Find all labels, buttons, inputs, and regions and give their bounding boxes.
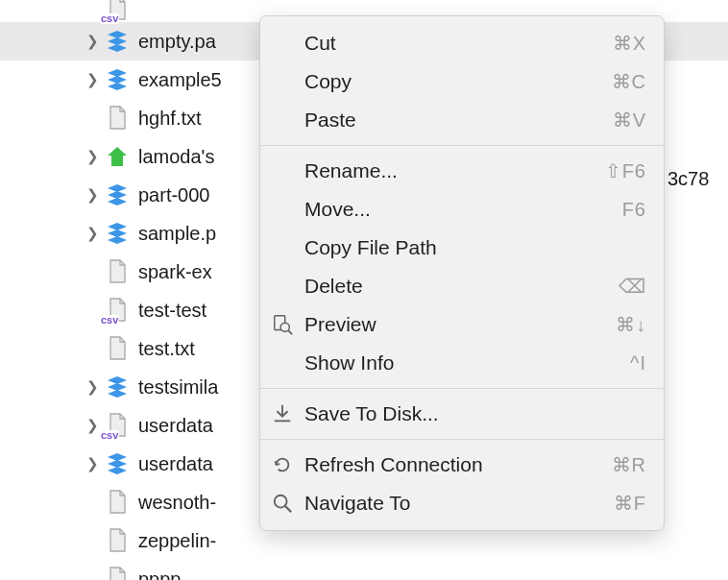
- file-label: sample.p: [138, 223, 216, 245]
- csv-file-icon: csv: [106, 0, 129, 22]
- parquet-file-icon: [106, 66, 129, 93]
- menu-icon-placeholder: [268, 106, 297, 134]
- menu-separator: [260, 439, 664, 440]
- menu-item-label: Cut: [304, 32, 613, 55]
- menu-icon-placeholder: [268, 233, 297, 262]
- text-file-icon: [106, 527, 129, 554]
- menu-item-paste[interactable]: Paste⌘V: [260, 101, 664, 139]
- parquet-file-icon: [106, 28, 129, 55]
- menu-separator: [260, 145, 664, 146]
- menu-item-label: Save To Disk...: [304, 402, 646, 425]
- menu-item-copy[interactable]: Copy⌘C: [260, 62, 664, 101]
- file-label: part-000: [138, 184, 210, 206]
- menu-item-shortcut: ⌘R: [612, 453, 646, 476]
- menu-item-navigate[interactable]: Navigate To⌘F: [260, 484, 664, 522]
- menu-item-preview[interactable]: Preview⌘↓: [260, 305, 664, 344]
- chevron-right-icon[interactable]: ❯: [83, 378, 102, 396]
- menu-item-shortcut: ⌘F: [614, 492, 646, 515]
- menu-item-save-to-disk[interactable]: Save To Disk...: [260, 395, 664, 433]
- menu-item-label: Refresh Connection: [304, 453, 612, 476]
- menu-item-copy-path[interactable]: Copy File Path: [260, 229, 664, 267]
- menu-item-refresh[interactable]: Refresh Connection⌘R: [260, 446, 664, 484]
- file-label: userdata: [138, 415, 213, 437]
- menu-item-shortcut: ⌫: [619, 275, 646, 298]
- csv-file-icon: csv: [106, 297, 129, 324]
- menu-item-show-info[interactable]: Show Info^I: [260, 344, 664, 382]
- menu-item-move[interactable]: Move...F6: [260, 190, 664, 229]
- download-icon: [268, 399, 297, 428]
- chevron-right-icon[interactable]: ❯: [83, 417, 102, 434]
- parquet-file-icon: [106, 220, 129, 247]
- menu-item-delete[interactable]: Delete⌫: [260, 267, 664, 305]
- menu-item-label: Delete: [304, 275, 619, 298]
- search-icon: [268, 489, 297, 518]
- chevron-right-icon[interactable]: ❯: [83, 33, 102, 50]
- menu-item-shortcut: ⌘↓: [616, 313, 646, 336]
- menu-item-label: Preview: [304, 313, 616, 336]
- chevron-right-icon[interactable]: ❯: [83, 71, 102, 88]
- text-file-icon: [106, 105, 129, 132]
- text-file-icon: [106, 335, 129, 362]
- file-label: lamoda's: [138, 146, 214, 168]
- chevron-right-icon[interactable]: ❯: [83, 225, 102, 242]
- parquet-file-icon: [106, 374, 129, 400]
- menu-item-label: Copy: [304, 70, 612, 93]
- app-icon: [106, 143, 129, 170]
- menu-item-shortcut: ⌘X: [613, 32, 646, 55]
- file-label: test-test: [138, 300, 206, 322]
- text-file-icon: [106, 566, 129, 580]
- file-label: pppp: [138, 568, 182, 581]
- menu-item-rename[interactable]: Rename...⇧F6: [260, 152, 664, 190]
- menu-item-label: Copy File Path: [304, 236, 646, 259]
- csv-file-icon: csv: [106, 412, 129, 439]
- menu-item-shortcut: ⌘V: [613, 109, 646, 132]
- menu-icon-placeholder: [268, 195, 297, 224]
- file-label: example5: [138, 69, 222, 91]
- text-file-icon: [106, 258, 129, 285]
- menu-icon-placeholder: [268, 272, 297, 301]
- menu-separator: [260, 388, 664, 389]
- menu-icon-placeholder: [268, 349, 297, 377]
- file-label: wesnoth-: [138, 492, 216, 514]
- chevron-right-icon[interactable]: ❯: [83, 148, 102, 165]
- menu-item-shortcut: F6: [622, 199, 646, 221]
- parquet-file-icon: [106, 181, 129, 208]
- context-menu: Cut⌘XCopy⌘CPaste⌘VRename...⇧F6Move...F6C…: [259, 15, 665, 531]
- file-label: userdata: [138, 453, 213, 475]
- menu-icon-placeholder: [268, 157, 297, 185]
- file-label: testsimila: [138, 376, 218, 399]
- menu-item-label: Rename...: [304, 159, 605, 182]
- chevron-right-icon[interactable]: ❯: [83, 186, 102, 204]
- menu-item-label: Paste: [304, 109, 613, 132]
- file-label: zeppelin-: [138, 530, 216, 552]
- menu-item-label: Navigate To: [304, 492, 614, 515]
- tree-row[interactable]: ❯pppp: [0, 560, 728, 580]
- menu-icon-placeholder: [268, 67, 297, 96]
- menu-item-shortcut: ⇧F6: [605, 159, 646, 182]
- file-label: empty.pa: [138, 31, 216, 53]
- refresh-icon: [268, 450, 297, 479]
- file-label: spark-ex: [138, 261, 212, 283]
- file-label: test.txt: [138, 338, 195, 360]
- menu-item-label: Move...: [304, 198, 622, 221]
- menu-item-shortcut: ⌘C: [612, 70, 646, 93]
- text-file-icon: [106, 489, 129, 516]
- parquet-file-icon: [106, 450, 129, 477]
- chevron-right-icon[interactable]: ❯: [83, 455, 102, 472]
- preview-icon: [268, 310, 297, 339]
- menu-item-cut[interactable]: Cut⌘X: [260, 24, 664, 62]
- file-label: hghf.txt: [138, 108, 202, 130]
- menu-item-shortcut: ^I: [630, 352, 646, 375]
- filename-overflow-fragment: 3c78: [667, 168, 709, 190]
- menu-item-label: Show Info: [304, 351, 630, 375]
- menu-icon-placeholder: [268, 29, 297, 58]
